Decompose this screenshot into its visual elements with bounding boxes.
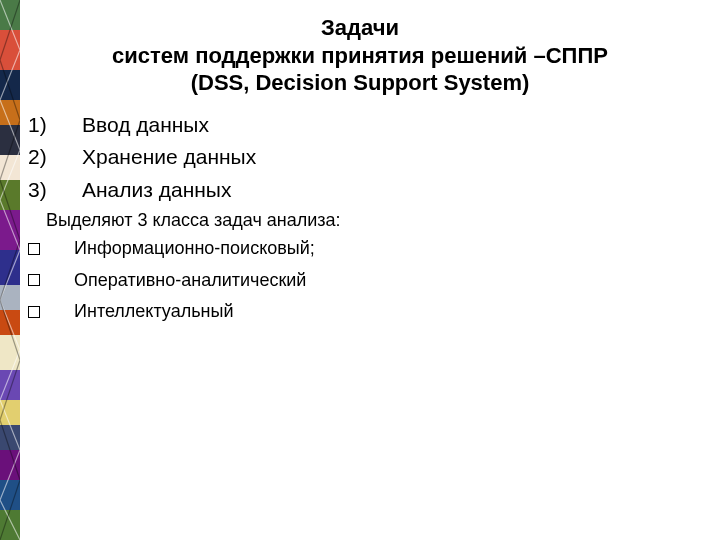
list-item: 3) Анализ данных xyxy=(28,174,696,207)
boxed-list: Информационно-поисковый; Оперативно-анал… xyxy=(28,233,696,328)
slide-title: Задачи систем поддержки принятия решений… xyxy=(24,14,696,97)
svg-rect-17 xyxy=(0,510,20,540)
list-item: Интеллектуальный xyxy=(28,296,696,328)
list-item-text: Хранение данных xyxy=(82,141,256,174)
list-item: 2) Хранение данных xyxy=(28,141,696,174)
list-item-number: 3) xyxy=(28,174,58,207)
list-item-text: Оперативно-аналитический xyxy=(74,265,306,297)
list-item: 1) Ввод данных xyxy=(28,109,696,142)
numbered-list: 1) Ввод данных 2) Хранение данных 3) Ана… xyxy=(28,109,696,207)
list-item-number: 1) xyxy=(28,109,58,142)
list-item-number: 2) xyxy=(28,141,58,174)
list-item-text: Информационно-поисковый; xyxy=(74,233,315,265)
slide-content: Задачи систем поддержки принятия решений… xyxy=(0,0,720,328)
list-item: Оперативно-аналитический xyxy=(28,265,696,297)
title-line-1: Задачи xyxy=(24,14,696,42)
square-bullet-icon xyxy=(28,274,40,286)
list-item-text: Интеллектуальный xyxy=(74,296,234,328)
title-line-2: систем поддержки принятия решений –СППР xyxy=(24,42,696,70)
list-item: Информационно-поисковый; xyxy=(28,233,696,265)
square-bullet-icon xyxy=(28,243,40,255)
list-item-text: Ввод данных xyxy=(82,109,209,142)
sub-heading: Выделяют 3 класса задач анализа: xyxy=(46,210,696,231)
list-item-text: Анализ данных xyxy=(82,174,231,207)
square-bullet-icon xyxy=(28,306,40,318)
title-line-3: (DSS, Decision Support System) xyxy=(24,69,696,97)
